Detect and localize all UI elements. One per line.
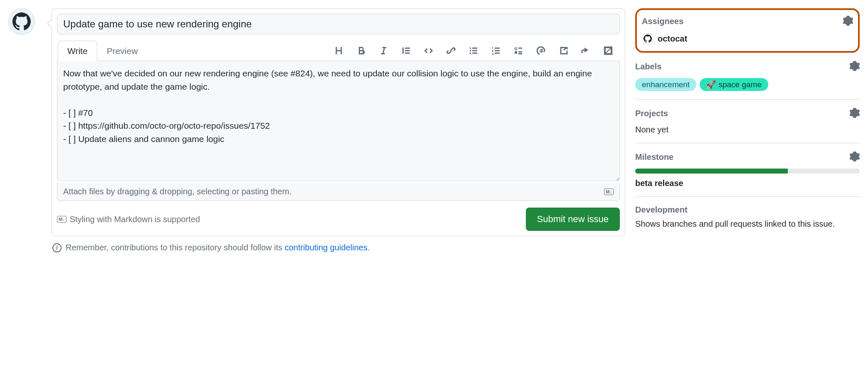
issue-title-input[interactable] [57, 14, 620, 34]
milestone-gear[interactable] [850, 152, 860, 163]
label-pill[interactable]: 🚀 space game [700, 78, 768, 91]
assignee-item[interactable]: octocat [642, 33, 853, 44]
milestone-title: Milestone [635, 152, 673, 162]
label-pill[interactable]: enhancement [635, 78, 696, 91]
tab-preview[interactable]: Preview [97, 41, 148, 61]
assignees-title: Assignees [642, 17, 683, 26]
attach-bar[interactable]: Attach files by dragging & dropping, sel… [57, 183, 620, 201]
markdown-support-note: M↓ Styling with Markdown is supported [57, 215, 200, 224]
editor-tabs: Write Preview [57, 40, 620, 61]
crossref-button[interactable] [557, 44, 570, 57]
markdown-icon[interactable]: M↓ [604, 188, 614, 195]
diff-button[interactable] [602, 44, 615, 57]
quote-button[interactable] [399, 44, 413, 57]
assignees-highlight: Assignees octocat [635, 8, 860, 53]
assignees-gear[interactable] [843, 16, 853, 27]
projects-title: Projects [635, 109, 668, 118]
gear-icon [850, 61, 860, 71]
development-text: Shows branches and pull requests linked … [635, 218, 860, 230]
issue-body-textarea[interactable] [57, 61, 620, 181]
mention-button[interactable] [534, 44, 547, 57]
projects-gear[interactable] [850, 108, 860, 119]
gear-icon [843, 16, 853, 26]
submit-button[interactable]: Submit new issue [526, 208, 620, 231]
tasklist-button[interactable] [512, 44, 525, 57]
attach-text: Attach files by dragging & dropping, sel… [63, 187, 291, 196]
bold-button[interactable] [355, 44, 368, 57]
assignee-name: octocat [658, 34, 687, 44]
gear-icon [850, 108, 860, 118]
code-button[interactable] [422, 44, 435, 57]
markdown-toolbar [332, 44, 619, 57]
labels-gear[interactable] [850, 61, 860, 72]
markdown-icon: M↓ [57, 216, 67, 223]
issue-form: Write Preview [52, 8, 625, 236]
ul-button[interactable] [467, 44, 480, 57]
labels-title: Labels [635, 62, 661, 71]
projects-value: None yet [635, 125, 860, 135]
contributing-link[interactable]: contributing guidelines [285, 243, 367, 252]
info-icon: i [52, 243, 62, 252]
gear-icon [850, 152, 860, 162]
heading-button[interactable] [332, 44, 345, 57]
italic-button[interactable] [377, 44, 390, 57]
assignee-avatar [642, 33, 653, 44]
milestone-name[interactable]: beta release [635, 179, 860, 188]
tab-write[interactable]: Write [58, 41, 97, 61]
milestone-progress [635, 169, 860, 174]
reply-button[interactable] [579, 44, 592, 57]
octocat-icon [12, 12, 31, 31]
contributing-note: i Remember, contributions to this reposi… [52, 243, 625, 252]
user-avatar[interactable] [8, 8, 35, 35]
ol-button[interactable] [489, 44, 503, 57]
development-title: Development [635, 205, 688, 215]
link-button[interactable] [444, 44, 458, 57]
octocat-icon [644, 34, 652, 43]
